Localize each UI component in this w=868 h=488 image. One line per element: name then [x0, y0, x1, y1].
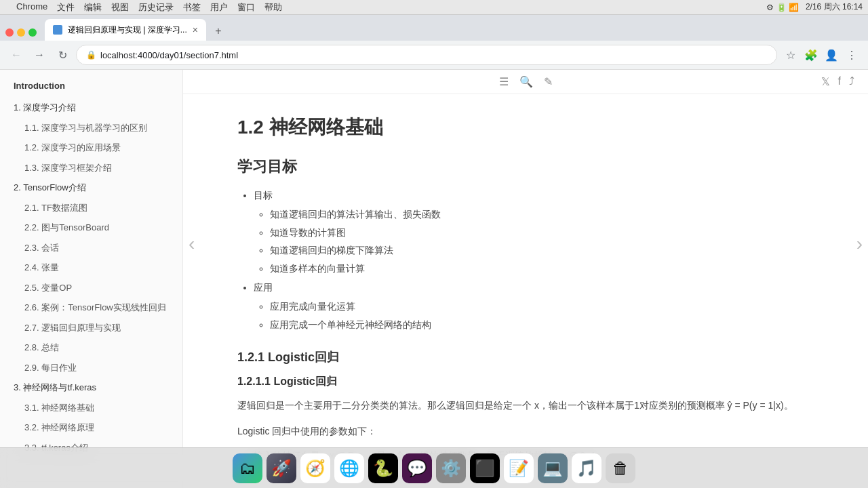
sidebar-item-7[interactable]: 2.3. 会话	[0, 238, 182, 258]
section-heading-objectives: 学习目标	[237, 157, 814, 177]
more-share-icon[interactable]: ⤴	[849, 75, 854, 88]
mac-status-right: ⚙ 🔋 📶 2/16 周六 16:14	[766, 1, 863, 13]
sidebar-title: Introduction	[0, 78, 182, 98]
menu-view[interactable]: 视图	[111, 1, 129, 14]
share-icons: 𝕏 f ⤴	[821, 75, 854, 88]
prev-page-btn[interactable]: ‹	[183, 228, 200, 260]
facebook-share-icon[interactable]: f	[838, 75, 841, 88]
sidebar-item-4[interactable]: 2. TensorFlow介绍	[0, 178, 182, 198]
main-title: 1.2 神经网络基础	[237, 115, 814, 140]
sidebar-item-3[interactable]: 1.3. 深度学习框架介绍	[0, 158, 182, 178]
application-1: 应用完成向量化运算	[270, 299, 814, 315]
sidebar-item-10[interactable]: 2.6. 案例：TensorFlow实现线性回归	[0, 298, 182, 318]
next-page-btn[interactable]: ›	[851, 228, 868, 260]
mac-menu-left: Chrome 文件 编辑 视图 历史记录 书签 用户 窗口 帮助	[5, 1, 282, 14]
dock-safari[interactable]: 🧭	[300, 453, 330, 483]
menu-file[interactable]: 文件	[57, 1, 75, 14]
sidebar-item-9[interactable]: 2.5. 变量OP	[0, 278, 182, 298]
edit-icon[interactable]: ✎	[544, 75, 553, 88]
sidebar-item-0[interactable]: 1. 深度学习介绍	[0, 98, 182, 118]
chrome-tabbar: 逻辑回归原理与实现 | 深度学习... × +	[0, 15, 868, 41]
sidebar-item-12[interactable]: 2.8. 总结	[0, 338, 182, 358]
browser-tab-active[interactable]: 逻辑回归原理与实现 | 深度学习... ×	[45, 19, 206, 41]
dock-vmware[interactable]: 💻	[538, 453, 568, 483]
menu-chrome[interactable]: Chrome	[16, 1, 47, 14]
objective-1: 知道逻辑回归的算法计算输出、损失函数	[270, 207, 814, 223]
menu-users[interactable]: 用户	[210, 1, 228, 14]
applications-item: 应用 应用完成向量化运算 应用完成一个单神经元神经网络的结构	[254, 280, 814, 333]
menu-bookmarks[interactable]: 书签	[183, 1, 201, 14]
section-objectives: 学习目标 目标 知道逻辑回归的算法计算输出、损失函数 知道导数的计算图 知道逻辑…	[237, 157, 814, 333]
back-btn[interactable]: ←	[7, 45, 26, 64]
window-close-btn[interactable]	[5, 28, 14, 37]
tab-favicon	[53, 25, 62, 35]
tab-close-btn[interactable]: ×	[193, 24, 198, 35]
objective-2: 知道导数的计算图	[270, 225, 814, 241]
objective-3: 知道逻辑回归的梯度下降算法	[270, 243, 814, 259]
mac-menus: Chrome 文件 编辑 视图 历史记录 书签 用户 窗口 帮助	[16, 1, 282, 14]
sidebar-item-8[interactable]: 2.4. 张量	[0, 258, 182, 278]
new-tab-btn[interactable]: +	[209, 22, 228, 41]
dock: 🗂 🚀 🧭 🌐 🐍 💬 ⚙️ ⬛ 📝 💻 🎵 🗑	[0, 447, 868, 488]
dock-finder[interactable]: 🗂	[233, 453, 262, 483]
chrome-toolbar: ← → ↻ 🔒 localhost:4000/day01/section7.ht…	[0, 41, 868, 70]
objective-4: 知道多样本的向量计算	[270, 261, 814, 277]
sidebar-item-5[interactable]: 2.1. TF数据流图	[0, 198, 182, 218]
dock-launchpad[interactable]: 🚀	[267, 453, 296, 483]
more-btn[interactable]: ⋮	[842, 45, 861, 64]
bookmark-star-btn[interactable]: ☆	[781, 45, 800, 64]
dock-slack[interactable]: 💬	[402, 453, 432, 483]
dock-terminal[interactable]: ⬛	[470, 453, 500, 483]
content-topbar: ☰ 🔍 ✎ 𝕏 f ⤴	[183, 70, 868, 94]
menu-help[interactable]: 帮助	[264, 1, 282, 14]
mac-menubar: Chrome 文件 编辑 视图 历史记录 书签 用户 窗口 帮助 ⚙ 🔋 📶 2…	[0, 0, 868, 15]
sidebar-item-2[interactable]: 1.2. 深度学习的应用场景	[0, 138, 182, 158]
extensions-btn[interactable]: 🧩	[802, 45, 821, 64]
dock-chrome[interactable]: 🌐	[334, 453, 364, 483]
dock-system-prefs[interactable]: ⚙️	[436, 453, 466, 483]
dock-pycharm[interactable]: 🐍	[368, 453, 398, 483]
objectives-item: 目标 知道逻辑回归的算法计算输出、损失函数 知道导数的计算图 知道逻辑回归的梯度…	[254, 188, 814, 277]
forward-btn[interactable]: →	[30, 45, 49, 64]
sidebar-item-11[interactable]: 2.7. 逻辑回归原理与实现	[0, 318, 182, 338]
address-text: localhost:4000/day01/section7.html	[100, 50, 238, 60]
menu-edit[interactable]: 编辑	[84, 1, 102, 14]
toolbar-icons: ☆ 🧩 👤 ⋮	[781, 45, 861, 64]
window-minimize-btn[interactable]	[17, 28, 25, 37]
menu-history[interactable]: 历史记录	[138, 1, 174, 14]
content-toolbar-icons: ☰ 🔍 ✎	[499, 75, 553, 88]
profile-btn[interactable]: 👤	[822, 45, 841, 64]
app-layout: Introduction 1. 深度学习介绍1.1. 深度学习与机器学习的区别1…	[0, 70, 868, 488]
address-bar[interactable]: 🔒 localhost:4000/day01/section7.html	[76, 45, 777, 65]
sidebar-item-6[interactable]: 2.2. 图与TensorBoard	[0, 218, 182, 238]
objectives-label: 目标	[254, 190, 273, 201]
mac-datetime: 2/16 周六 16:14	[806, 1, 863, 13]
mac-icons: ⚙ 🔋 📶	[766, 3, 799, 12]
menu-window[interactable]: 窗口	[237, 1, 255, 14]
reload-btn[interactable]: ↻	[53, 45, 72, 64]
sidebar-item-1[interactable]: 1.1. 深度学习与机器学习的区别	[0, 118, 182, 138]
menu-toggle-icon[interactable]: ☰	[499, 75, 509, 88]
search-icon[interactable]: 🔍	[519, 75, 533, 88]
objectives-list: 目标 知道逻辑回归的算法计算输出、损失函数 知道导数的计算图 知道逻辑回归的梯度…	[237, 188, 814, 333]
content-panel: ☰ 🔍 ✎ 𝕏 f ⤴ ‹ › 1.2 神经网络基础 学习目标 目标	[183, 70, 868, 488]
twitter-share-icon[interactable]: 𝕏	[821, 75, 830, 88]
logistic-sub-title: 1.2.1.1 Logistic回归	[237, 375, 814, 389]
logistic-desc2: Logistic 回归中使用的参数如下：	[237, 423, 814, 440]
dock-trash[interactable]: 🗑	[606, 453, 635, 483]
main-content: 1.2 神经网络基础 学习目标 目标 知道逻辑回归的算法计算输出、损失函数 知道…	[183, 94, 868, 488]
lock-icon: 🔒	[86, 50, 96, 60]
sidebar-item-14[interactable]: 3. 神经网络与tf.keras	[0, 378, 182, 398]
applications-label: 应用	[254, 282, 273, 293]
application-2: 应用完成一个单神经元神经网络的结构	[270, 317, 814, 333]
sidebar-item-13[interactable]: 2.9. 每日作业	[0, 358, 182, 378]
tab-title: 逻辑回归原理与实现 | 深度学习...	[68, 24, 187, 36]
sidebar-item-16[interactable]: 3.2. 神经网络原理	[0, 418, 182, 438]
section-main-title: 1.2 神经网络基础	[237, 115, 814, 140]
dock-textedit[interactable]: 📝	[504, 453, 534, 483]
dock-music[interactable]: 🎵	[572, 453, 601, 483]
objectives-sub-list: 知道逻辑回归的算法计算输出、损失函数 知道导数的计算图 知道逻辑回归的梯度下降算…	[254, 207, 814, 277]
sidebar-item-15[interactable]: 3.1. 神经网络基础	[0, 398, 182, 418]
window-maximize-btn[interactable]	[28, 28, 37, 37]
sidebar: Introduction 1. 深度学习介绍1.1. 深度学习与机器学习的区别1…	[0, 70, 183, 488]
